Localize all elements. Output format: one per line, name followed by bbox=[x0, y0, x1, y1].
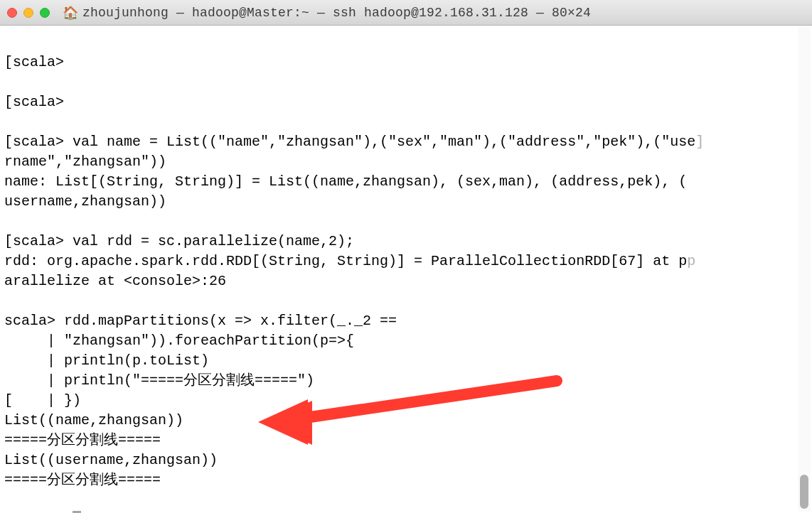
terminal-line: =====分区分割线===== bbox=[4, 432, 161, 448]
terminal-line: =====分区分割线===== bbox=[4, 472, 161, 488]
terminal-line: [ | }) bbox=[4, 392, 81, 409]
terminal-line: [scala> bbox=[4, 94, 64, 110]
terminal-line: List((name,zhangsan)) bbox=[4, 412, 183, 428]
terminal-line: scala> rdd.mapPartitions(x => x.filter(_… bbox=[4, 313, 397, 329]
title-content: 🏠 zhoujunhong — hadoop@Master:~ — ssh ha… bbox=[63, 5, 591, 21]
terminal-output[interactable]: [scala> [scala> [scala> val name = List(… bbox=[0, 26, 812, 513]
terminal-line: rdd: org.apache.spark.rdd.RDD[(String, S… bbox=[4, 253, 695, 269]
terminal-line: arallelize at <console>:26 bbox=[4, 273, 226, 289]
terminal-line: List((username,zhangsan)) bbox=[4, 452, 218, 468]
zoom-button[interactable] bbox=[40, 8, 50, 18]
terminal-line: name: List[(String, String)] = List((nam… bbox=[4, 173, 687, 190]
terminal-line: | println("=====分区分割线=====") bbox=[4, 372, 314, 389]
home-icon: 🏠 bbox=[63, 5, 78, 21]
window-titlebar: 🏠 zhoujunhong — hadoop@Master:~ — ssh ha… bbox=[0, 0, 812, 26]
terminal-line: | println(p.toList) bbox=[4, 352, 209, 369]
terminal-line: rname","zhangsan")) bbox=[4, 153, 166, 170]
scrollbar-thumb[interactable] bbox=[800, 475, 808, 509]
traffic-lights bbox=[7, 8, 50, 18]
scrollbar-track[interactable] bbox=[798, 26, 811, 512]
terminal-line: [scala> val name = List(("name","zhangsa… bbox=[4, 134, 704, 150]
terminal-line: username,zhangsan)) bbox=[4, 193, 166, 210]
window-title: zhoujunhong — hadoop@Master:~ — ssh hado… bbox=[82, 6, 591, 20]
terminal-line: | "zhangsan")).foreachPartition(p=>{ bbox=[4, 333, 354, 349]
minimize-button[interactable] bbox=[23, 8, 33, 18]
close-button[interactable] bbox=[7, 8, 17, 18]
terminal-line: [scala> val rdd = sc.parallelize(name,2)… bbox=[4, 233, 354, 249]
terminal-line: [scala> bbox=[4, 54, 64, 70]
